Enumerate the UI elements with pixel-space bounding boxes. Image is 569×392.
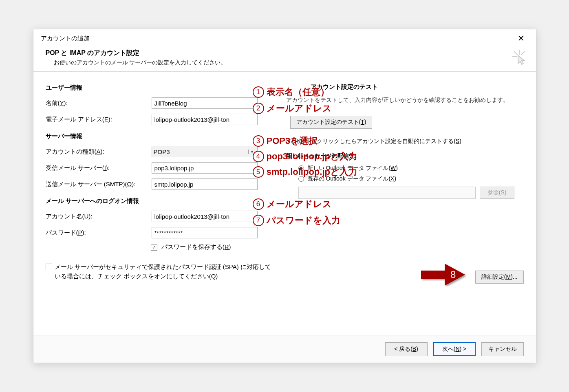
add-account-dialog: アカウントの追加 ✕ POP と IMAP のアカウント設定 お使いのアカウント… bbox=[33, 29, 536, 363]
outgoing-label: 送信メール サーバー (SMTP)(O): bbox=[46, 181, 152, 188]
annotation-arrow: 8 bbox=[421, 263, 466, 288]
auto-test-checkbox[interactable]: ✓ bbox=[286, 138, 293, 144]
email-label: 電子メール アドレス(E): bbox=[46, 116, 152, 123]
chevron-down-icon[interactable]: ▾ bbox=[248, 150, 256, 154]
existing-file-label: 既存の Outlook データ ファイル(X) bbox=[307, 175, 397, 183]
user-info-heading: ユーザー情報 bbox=[46, 84, 274, 92]
existing-file-path-input bbox=[298, 187, 476, 199]
left-column: ユーザー情報 名前(Y): 電子メール アドレス(E): サーバー情報 アカウン… bbox=[46, 84, 274, 281]
account-name-label: アカウント名(U): bbox=[46, 213, 152, 220]
incoming-label: 受信メール サーバー(I): bbox=[46, 164, 152, 172]
save-password-row: ✓ パスワードを保存する(R) bbox=[151, 243, 274, 251]
dialog-title: アカウントの追加 bbox=[41, 35, 90, 42]
test-settings-button[interactable]: アカウント設定のテスト(T) bbox=[290, 116, 373, 129]
delivery-heading: 新しいメッセージの配信先: bbox=[286, 152, 514, 160]
outgoing-server-input[interactable] bbox=[152, 178, 258, 190]
name-input[interactable] bbox=[152, 97, 258, 109]
browse-button: 参照(S) bbox=[480, 187, 514, 199]
titlebar: アカウントの追加 ✕ bbox=[33, 29, 536, 47]
new-file-radio[interactable] bbox=[298, 165, 304, 171]
test-settings-heading: アカウント設定のテスト bbox=[286, 83, 514, 91]
server-info-heading: サーバー情報 bbox=[46, 132, 274, 140]
logon-info-heading: メール サーバーへのログオン情報 bbox=[46, 197, 274, 205]
close-button[interactable]: ✕ bbox=[514, 32, 529, 45]
new-file-label: 新しい Outlook データ ファイル(W) bbox=[307, 165, 398, 172]
header-subtitle: お使いのアカウントのメール サーバーの設定を入力してください。 bbox=[46, 59, 528, 66]
spa-label: メール サーバーがセキュリティで保護されたパスワード認証 (SPA) に対応して… bbox=[55, 262, 274, 281]
incoming-server-input[interactable] bbox=[152, 162, 258, 174]
svg-line-1 bbox=[514, 51, 518, 55]
account-type-select[interactable]: POP3 ▾ bbox=[152, 146, 258, 157]
account-type-value: POP3 bbox=[154, 148, 170, 155]
name-label: 名前(Y): bbox=[46, 99, 152, 107]
cancel-button[interactable]: キャンセル bbox=[481, 342, 524, 356]
svg-line-2 bbox=[521, 51, 525, 55]
cursor-icon bbox=[512, 50, 526, 69]
dialog-footer: < 戻る(B) 次へ(N) > キャンセル bbox=[33, 335, 536, 363]
email-input[interactable] bbox=[152, 114, 258, 125]
more-settings-button[interactable]: 詳細設定(M)... bbox=[475, 271, 524, 284]
password-label: パスワード(P): bbox=[46, 229, 152, 237]
back-button[interactable]: < 戻る(B) bbox=[385, 342, 428, 356]
svg-text:8: 8 bbox=[450, 269, 456, 280]
next-button[interactable]: 次へ(N) > bbox=[433, 342, 476, 356]
save-password-checkbox[interactable]: ✓ bbox=[151, 244, 157, 251]
account-type-label: アカウントの種類(A): bbox=[46, 148, 152, 156]
svg-marker-4 bbox=[421, 264, 465, 286]
right-column: アカウント設定のテスト アカウントをテストして、入力内容が正しいかどうかを確認す… bbox=[286, 83, 514, 199]
password-input[interactable] bbox=[152, 227, 258, 238]
test-settings-text: アカウントをテストして、入力内容が正しいかどうかを確認することをお勧めします。 bbox=[286, 96, 514, 104]
account-name-input[interactable] bbox=[152, 211, 258, 222]
auto-test-label: [次へ] をクリックしたらアカウント設定を自動的にテストする(S) bbox=[295, 138, 461, 145]
existing-file-radio[interactable] bbox=[298, 176, 304, 182]
header-title: POP と IMAP のアカウント設定 bbox=[46, 49, 528, 57]
dialog-body: ユーザー情報 名前(Y): 電子メール アドレス(E): サーバー情報 アカウン… bbox=[33, 72, 536, 324]
spa-row: メール サーバーがセキュリティで保護されたパスワード認証 (SPA) に対応して… bbox=[46, 262, 274, 281]
spa-checkbox[interactable] bbox=[46, 264, 52, 270]
auto-test-row: ✓ [次へ] をクリックしたらアカウント設定を自動的にテストする(S) bbox=[286, 138, 514, 145]
save-password-label: パスワードを保存する(R) bbox=[161, 243, 231, 250]
dialog-header: POP と IMAP のアカウント設定 お使いのアカウントのメール サーバーの設… bbox=[33, 47, 536, 72]
